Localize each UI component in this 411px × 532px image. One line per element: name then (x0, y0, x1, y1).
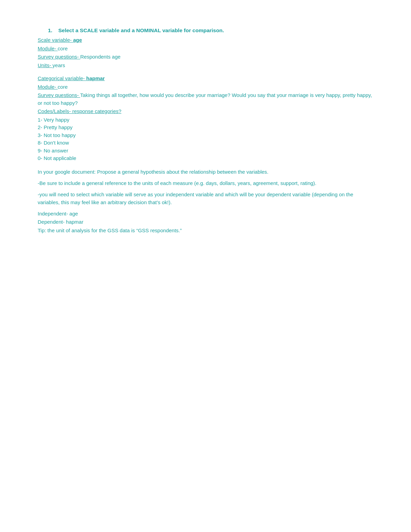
tip-line: Tip: the unit of analysis for the GSS da… (38, 227, 373, 235)
categorical-module: Module- core (38, 83, 373, 91)
paragraph-2: -Be sure to include a general reference … (38, 179, 373, 187)
independent-line: Independent- age (38, 210, 373, 218)
scale-variable-label: Scale variable- age (38, 36, 373, 44)
scale-units-prefix: Units- (38, 62, 52, 68)
paragraph-3: -you will need to select which variable … (38, 190, 373, 207)
dependent-line: Dependent- hapmar (38, 218, 373, 226)
scale-survey-value: Respondents age (80, 54, 121, 60)
code-item-3: 3- Not too happy (38, 132, 373, 139)
section-header: 1. Select a SCALE variable and a NOMINAL… (48, 27, 373, 34)
code-item-9: 9- No answer (38, 147, 373, 155)
categorical-survey-prefix: Survey questions- (38, 92, 80, 98)
categorical-variable-block: Categorical variable- hapmar Module- cor… (38, 75, 373, 162)
scale-survey-prefix: Survey questions- (38, 54, 80, 60)
scale-survey: Survey questions- Respondents age (38, 53, 373, 61)
code-item-1: 1- Very happy (38, 116, 373, 124)
categorical-codes-label: Codes/Labels- response categories? (38, 108, 373, 115)
code-item-2: 2- Pretty happy (38, 124, 373, 132)
categorical-variable-prefix: Categorical variable- (38, 75, 86, 81)
categorical-module-value: core (58, 84, 67, 90)
scale-variable-name: age (73, 37, 82, 43)
code-item-0: 0- Not applicable (38, 154, 373, 162)
scale-variable-prefix: Scale variable- (38, 37, 73, 43)
categorical-module-prefix: Module- (38, 84, 58, 90)
categorical-variable-name: hapmar (86, 75, 105, 81)
scale-variable-block: Scale variable- age Module- core Survey … (38, 36, 373, 69)
scale-module: Module- core (38, 45, 373, 53)
code-item-8: 8- Don't know (38, 139, 373, 147)
section-number: 1. (48, 27, 52, 33)
section-instruction: Select a SCALE variable and a NOMINAL va… (58, 27, 224, 33)
scale-units-value: years (52, 62, 65, 68)
scale-module-value: core (58, 46, 67, 51)
categorical-survey: Survey questions- Taking things all toge… (38, 91, 373, 107)
scale-units: Units- years (38, 62, 373, 70)
categorical-variable-label: Categorical variable- hapmar (38, 75, 373, 83)
scale-module-prefix: Module- (38, 46, 58, 51)
categorical-survey-value: Taking things all together, how would yo… (38, 92, 372, 106)
categorical-codes-label-text: Codes/Labels- response categories? (38, 108, 121, 114)
page-container: 1. Select a SCALE variable and a NOMINAL… (0, 0, 411, 262)
paragraph-1: In your google document: Propose a gener… (38, 168, 373, 176)
